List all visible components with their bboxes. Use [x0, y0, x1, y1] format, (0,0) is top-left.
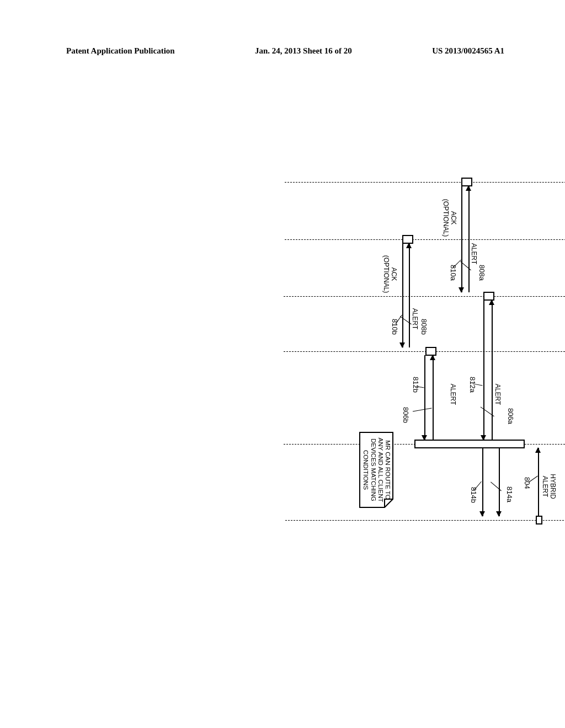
lifeline-pg-a [284, 296, 565, 297]
arrow-ack-810a [461, 186, 462, 292]
label-alert-808a: ALERT [470, 240, 478, 267]
lifeline-client-a [285, 182, 565, 183]
header-center: Jan. 24, 2013 Sheet 16 of 20 [255, 46, 352, 56]
activation-router [414, 440, 525, 448]
arrow-alert-806a [492, 300, 493, 440]
ref-812a: 812a [468, 377, 477, 393]
note-mr-route: MR CAN ROUTE TO ANY AND ALL CLIENT DEVIC… [359, 432, 393, 508]
arrow-ack-814b [482, 448, 483, 516]
label-ack-810b: ACK (OPTIONAL) [382, 252, 398, 296]
activation-backend [536, 516, 542, 524]
ref-812b: 812b [412, 377, 420, 393]
arrow-alert-808b [409, 243, 410, 347]
arrow-hybrid-alert [538, 448, 539, 516]
page-header: Patent Application Publication Jan. 24, … [0, 46, 565, 56]
arrow-ack-812a [483, 300, 484, 440]
arrow-ack-812b [424, 355, 425, 440]
arrow-alert-806b [433, 355, 434, 440]
note-mr-route-text: MR CAN ROUTE TO ANY AND ALL CLIENT DEVIC… [362, 432, 393, 508]
ref-806a: 806a [507, 408, 515, 424]
ref-808a: 808a [478, 265, 486, 281]
ref-808b: 808b [420, 319, 428, 335]
header-left: Patent Application Publication [66, 46, 175, 56]
ref-806b: 806b [402, 407, 410, 423]
sequence-diagram: 802 XML QUERY CONDITIONS CLIENT DEVICE 1… [238, 157, 565, 571]
label-alert-806a: ALERT [494, 372, 502, 416]
lifeline-client-b [285, 239, 565, 240]
label-alert-808b: ALERT [411, 305, 419, 333]
label-hybrid-alert: HYBRID ALERT [541, 464, 557, 508]
ref-814a: 814a [505, 486, 514, 502]
diagram-rotated-wrap: FIG. 8B 802 XML QUERY CONDITIONS CLIENT … [229, 157, 565, 571]
ref-804: 804 [523, 477, 531, 489]
label-alert-806b: ALERT [449, 372, 457, 416]
lifeline-pg-b [284, 351, 565, 352]
arrow-alert-808a [468, 186, 470, 292]
arrow-ack-814a [499, 448, 500, 516]
callout-806b [413, 408, 432, 412]
lifeline-backend [285, 520, 565, 521]
header-right: US 2013/0024565 A1 [432, 46, 504, 56]
arrow-ack-810b [402, 243, 403, 347]
label-ack-810a: ACK (OPTIONAL) [442, 196, 457, 240]
